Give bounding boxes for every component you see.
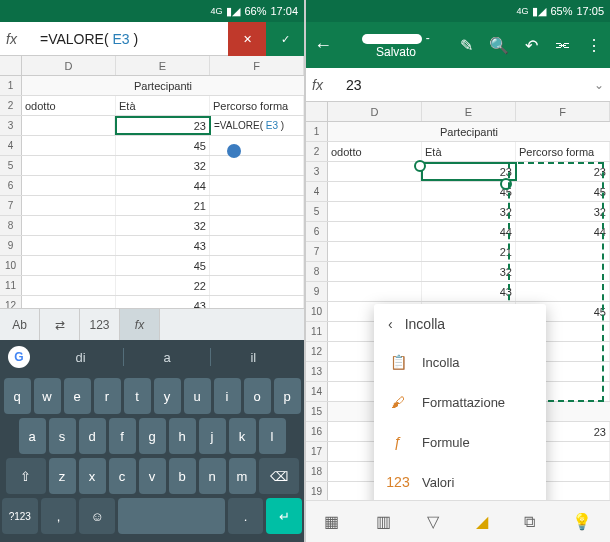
key-p[interactable]: p	[274, 378, 301, 414]
paste-menu-title: Incolla	[405, 316, 445, 332]
cancel-button[interactable]: ✕	[228, 22, 266, 56]
suggestion-3[interactable]: il	[211, 350, 296, 365]
spreadsheet-grid[interactable]: 1Partecipanti 2 odotto Età Percorso form…	[0, 76, 304, 308]
bulb-icon[interactable]: 💡	[572, 512, 592, 531]
key-comma[interactable]: ,	[41, 498, 77, 534]
tab-fx[interactable]: fx	[120, 309, 160, 340]
key-space[interactable]	[118, 498, 225, 534]
table-row[interactable]: 943	[306, 282, 610, 302]
selection-handle[interactable]	[227, 144, 241, 158]
key-u[interactable]: u	[184, 378, 211, 414]
col-f[interactable]: F	[210, 56, 304, 75]
filter-icon[interactable]: ▽	[427, 512, 439, 531]
share-icon[interactable]: ⫘	[554, 36, 570, 55]
google-icon[interactable]: G	[8, 346, 30, 368]
key-a[interactable]: a	[19, 418, 46, 454]
col-d[interactable]: D	[22, 56, 116, 75]
chevron-down-icon[interactable]: ⌄	[594, 78, 604, 92]
key-s[interactable]: s	[49, 418, 76, 454]
back-icon[interactable]: ←	[314, 35, 332, 56]
formula-value[interactable]: 23	[342, 75, 588, 95]
key-emoji[interactable]: ☺	[79, 498, 115, 534]
key-i[interactable]: i	[214, 378, 241, 414]
key-v[interactable]: v	[139, 458, 166, 494]
pen-icon[interactable]: ✎	[460, 36, 473, 55]
suggestion-1[interactable]: di	[38, 350, 123, 365]
key-o[interactable]: o	[244, 378, 271, 414]
keyboard-toolbar: Ab ⇄ 123 fx	[0, 308, 304, 340]
table-row[interactable]: 1045	[0, 256, 304, 276]
key-symbols[interactable]: ?123	[2, 498, 38, 534]
paste-menu: ‹ Incolla 📋Incolla 🖌Formattazione ƒFormu…	[374, 304, 546, 500]
key-z[interactable]: z	[49, 458, 76, 494]
table-row[interactable]: 1243	[0, 296, 304, 308]
search-icon[interactable]: 🔍	[489, 36, 509, 55]
suggestion-2[interactable]: a	[124, 350, 209, 365]
col-f[interactable]: F	[516, 102, 610, 121]
keyboard[interactable]: qwertyuiop asdfghjkl ⇧zxcvbnm⌫ ?123,☺ .↵	[0, 374, 304, 542]
selection-handle-br[interactable]	[500, 178, 512, 190]
more-icon[interactable]: ⋮	[586, 36, 602, 55]
selection-handle-tl[interactable]	[414, 160, 426, 172]
table-row[interactable]: 323=VALORE( E3 )	[0, 116, 304, 136]
formula-icon: ƒ	[388, 432, 408, 452]
key-y[interactable]: y	[154, 378, 181, 414]
card-icon[interactable]: ▥	[376, 512, 391, 531]
tab-text[interactable]: Ab	[0, 309, 40, 340]
col-d[interactable]: D	[328, 102, 422, 121]
key-b[interactable]: b	[169, 458, 196, 494]
key-x[interactable]: x	[79, 458, 106, 494]
key-w[interactable]: w	[34, 378, 61, 414]
table-row[interactable]: 44545	[306, 182, 610, 202]
key-f[interactable]: f	[109, 418, 136, 454]
spreadsheet-grid[interactable]: 1Partecipanti 2 odotto Età Percorso form…	[306, 122, 610, 500]
col-e[interactable]: E	[422, 102, 516, 121]
paste-item-valori[interactable]: 123Valori	[374, 462, 546, 500]
key-dot[interactable]: .	[228, 498, 264, 534]
key-j[interactable]: j	[199, 418, 226, 454]
key-enter[interactable]: ↵	[266, 498, 302, 534]
table-row[interactable]: 1122	[0, 276, 304, 296]
key-g[interactable]: g	[139, 418, 166, 454]
table-row[interactable]: 832	[0, 216, 304, 236]
table-row[interactable]: 53232	[306, 202, 610, 222]
table-row[interactable]: 832	[306, 262, 610, 282]
table-row[interactable]: 721	[0, 196, 304, 216]
key-d[interactable]: d	[79, 418, 106, 454]
key-c[interactable]: c	[109, 458, 136, 494]
key-n[interactable]: n	[199, 458, 226, 494]
key-l[interactable]: l	[259, 418, 286, 454]
table-row[interactable]: 721	[306, 242, 610, 262]
tab-arrows[interactable]: ⇄	[40, 309, 80, 340]
table-row[interactable]: 644	[0, 176, 304, 196]
clock: 17:05	[576, 5, 604, 17]
back-icon[interactable]: ‹	[388, 316, 393, 332]
highlight-icon[interactable]: ◢	[476, 512, 488, 531]
formula-bar[interactable]: fx 23 ⌄	[306, 68, 610, 102]
key-h[interactable]: h	[169, 418, 196, 454]
paste-item-incolla[interactable]: 📋Incolla	[374, 342, 546, 382]
sheet-icon[interactable]: ▦	[324, 512, 339, 531]
key-r[interactable]: r	[94, 378, 121, 414]
key-k[interactable]: k	[229, 418, 256, 454]
key-m[interactable]: m	[229, 458, 256, 494]
camera-icon[interactable]: ⧉	[524, 513, 535, 531]
undo-icon[interactable]: ↶	[525, 36, 538, 55]
key-q[interactable]: q	[4, 378, 31, 414]
table-row[interactable]: 445	[0, 136, 304, 156]
col-e[interactable]: E	[116, 56, 210, 75]
left-screenshot: 4G ▮◢ 66% 17:04 fx =VALORE( E3 ) ⌄ D E F…	[0, 0, 304, 542]
key-shift[interactable]: ⇧	[6, 458, 46, 494]
paste-item-formattazione[interactable]: 🖌Formattazione	[374, 382, 546, 422]
key-backspace[interactable]: ⌫	[259, 458, 299, 494]
paste-item-formule[interactable]: ƒFormule	[374, 422, 546, 462]
key-e[interactable]: e	[64, 378, 91, 414]
table-row[interactable]: 32323	[306, 162, 610, 182]
format-icon: 🖌	[388, 392, 408, 412]
table-row[interactable]: 64444	[306, 222, 610, 242]
table-row[interactable]: 532	[0, 156, 304, 176]
confirm-button[interactable]: ✓	[266, 22, 304, 56]
table-row[interactable]: 943	[0, 236, 304, 256]
key-t[interactable]: t	[124, 378, 151, 414]
tab-num[interactable]: 123	[80, 309, 120, 340]
